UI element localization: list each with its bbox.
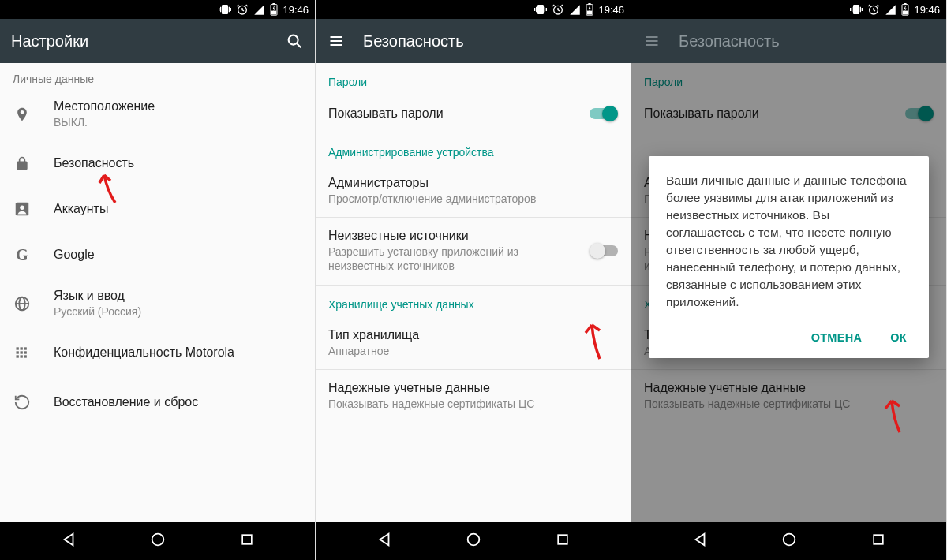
item-google[interactable]: G Google (0, 232, 315, 278)
item-label: Язык и ввод (54, 289, 302, 303)
alarm-icon (552, 3, 564, 16)
svg-rect-11 (17, 348, 19, 350)
item-language[interactable]: Язык и ввод Русский (Россия) (0, 278, 315, 330)
page-title: Безопасность (363, 32, 619, 50)
item-accounts[interactable]: Аккаунты (0, 186, 315, 232)
status-time: 19:46 (283, 4, 309, 16)
recents-button[interactable] (555, 532, 571, 551)
nav-bar (316, 522, 631, 560)
recents-button[interactable] (870, 532, 886, 551)
hamburger-icon[interactable] (327, 32, 346, 50)
vibrate-icon (219, 3, 231, 16)
account-icon (13, 200, 32, 218)
item-label: Показывать пароли (328, 106, 580, 121)
home-button[interactable] (780, 531, 798, 551)
item-security[interactable]: Безопасность (0, 140, 315, 186)
svg-point-29 (468, 534, 480, 546)
nav-bar (631, 522, 946, 560)
google-icon: G (13, 246, 32, 264)
restore-icon (13, 394, 32, 411)
alarm-icon (867, 3, 880, 16)
item-label: Восстановление и сброс (54, 395, 302, 409)
ok-button[interactable]: ОК (885, 325, 911, 350)
item-trusted-creds[interactable]: Надежные учетные данные Показывать надеж… (316, 370, 631, 422)
item-admins[interactable]: Администраторы Просмотр/отключение админ… (316, 165, 631, 217)
svg-rect-21 (242, 535, 252, 544)
phone-dialog: 19:46 Безопасность Пароли Показывать пар… (631, 0, 947, 560)
cancel-button[interactable]: ОТМЕНА (807, 325, 867, 350)
svg-rect-39 (874, 535, 883, 544)
dialog-message: Ваши личные данные и данные телефона бол… (666, 172, 911, 311)
battery-icon (586, 3, 593, 16)
svg-rect-12 (17, 352, 19, 354)
svg-rect-33 (904, 3, 907, 5)
battery-icon (901, 3, 909, 16)
home-button[interactable] (465, 531, 482, 551)
toggle-unknown-sources[interactable] (590, 243, 618, 259)
item-label: Надежные учетные данные (328, 381, 618, 395)
item-show-passwords[interactable]: Показывать пароли (316, 95, 631, 133)
phone-security: 19:46 Безопасность Пароли Показывать пар… (316, 0, 631, 560)
toggle-show-passwords[interactable] (590, 106, 618, 121)
nav-bar (0, 522, 315, 560)
svg-point-20 (152, 534, 164, 546)
phone-settings: 19:46 Настройки Личные данные Местополож… (0, 0, 316, 560)
svg-rect-18 (24, 352, 27, 354)
svg-rect-25 (587, 11, 592, 15)
signal-icon (253, 4, 265, 16)
item-unknown-sources[interactable]: Неизвестные источники Разрешить установк… (316, 218, 631, 284)
vibrate-icon (534, 3, 547, 16)
page-title: Безопасность (679, 32, 935, 50)
item-sub: Разрешить установку приложений из неизве… (328, 245, 580, 273)
battery-icon (270, 3, 278, 16)
status-bar: 19:46 (631, 0, 946, 19)
item-label: Google (54, 248, 302, 262)
appbar: Настройки (0, 19, 315, 63)
svg-rect-30 (558, 535, 567, 544)
svg-rect-17 (24, 348, 27, 350)
signal-icon (885, 4, 896, 16)
back-button[interactable] (691, 531, 709, 551)
svg-rect-24 (589, 3, 591, 5)
item-privacy[interactable]: Конфиденциальность Motorola (0, 330, 315, 375)
appbar: Безопасность (631, 19, 946, 63)
alarm-icon (236, 3, 249, 16)
section-admin: Администрирование устройства (316, 133, 631, 165)
section-creds: Хранилище учетных данных (316, 286, 631, 317)
page-title: Настройки (11, 32, 268, 50)
svg-rect-2 (273, 3, 275, 5)
status-bar: 19:46 (316, 0, 631, 19)
item-label: Местоположение (54, 99, 302, 114)
status-bar: 19:46 (0, 0, 315, 19)
item-sub: ВЫКЛ. (54, 115, 302, 129)
back-button[interactable] (376, 531, 393, 551)
vibrate-icon (850, 3, 863, 16)
svg-rect-19 (24, 356, 27, 358)
item-label: Тип хранилища (328, 328, 618, 342)
svg-rect-14 (21, 348, 23, 350)
section-passwords: Пароли (316, 63, 631, 95)
security-list: Пароли Показывать пароли Администрирован… (316, 63, 631, 522)
svg-point-38 (784, 534, 795, 546)
item-label: Конфиденциальность Motorola (54, 345, 302, 360)
item-label: Безопасность (54, 156, 302, 170)
svg-rect-15 (21, 352, 23, 354)
section-personal: Личные данные (0, 63, 315, 88)
svg-rect-3 (271, 11, 276, 15)
item-storage-type[interactable]: Тип хранилища Аппаратное (316, 317, 631, 369)
item-sub: Русский (Россия) (54, 304, 302, 319)
signal-icon (569, 4, 581, 16)
privacy-icon (13, 345, 32, 360)
search-icon[interactable] (285, 32, 304, 50)
back-button[interactable] (60, 531, 77, 551)
svg-line-5 (297, 43, 301, 47)
svg-point-4 (289, 35, 298, 45)
hamburger-icon (642, 32, 661, 50)
home-button[interactable] (149, 531, 167, 551)
recents-button[interactable] (239, 532, 255, 551)
item-backup[interactable]: Восстановление и сброс (0, 375, 315, 421)
item-location[interactable]: Местоположение ВЫКЛ. (0, 88, 315, 140)
dialog-actions: ОТМЕНА ОК (666, 325, 911, 350)
settings-list: Личные данные Местоположение ВЫКЛ. Безоп… (0, 63, 315, 522)
item-label: Аккаунты (54, 202, 302, 216)
